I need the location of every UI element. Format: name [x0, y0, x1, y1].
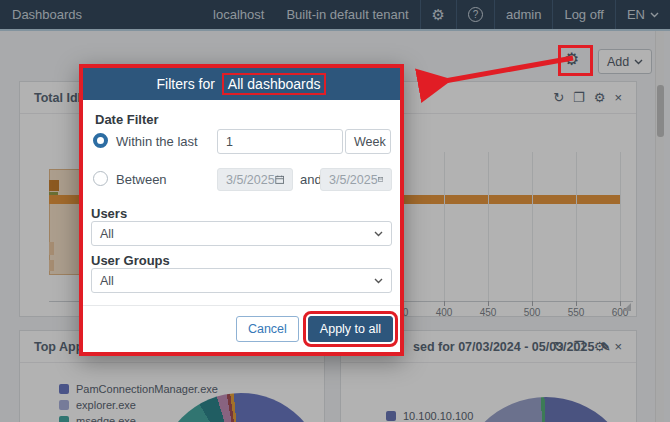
modal-body: Date Filter Within the last 1 Week Betwe…	[83, 100, 400, 305]
date-from-value: 3/5/2025	[226, 173, 275, 187]
date-to-input[interactable]: 3/5/2025	[320, 168, 392, 191]
date-from-input[interactable]: 3/5/2025	[217, 168, 293, 191]
modal-header: Filters for All dashboards	[83, 68, 400, 100]
user-groups-label: User Groups	[91, 253, 170, 268]
screen: Dashboards localhost Built-in default te…	[0, 0, 670, 422]
users-value: All	[100, 227, 114, 241]
period-select[interactable]: Week	[345, 129, 391, 154]
modal-title: Filters for	[157, 76, 215, 92]
chevron-down-icon	[374, 278, 383, 284]
between-label: Between	[116, 172, 167, 187]
calendar-icon	[275, 174, 284, 185]
chevron-down-icon	[374, 231, 383, 237]
period-value: Week	[354, 135, 386, 149]
within-last-label: Within the last	[116, 134, 198, 149]
within-last-radio[interactable]	[93, 133, 108, 148]
date-filter-label: Date Filter	[95, 112, 159, 127]
filters-modal: Filters for All dashboards Date Filter W…	[79, 64, 404, 356]
annotation-box-all-dashboards: All dashboards	[222, 73, 327, 95]
user-groups-select[interactable]: All	[91, 268, 392, 293]
users-label: Users	[91, 206, 127, 221]
between-radio[interactable]	[93, 171, 108, 186]
and-label: and	[300, 172, 322, 187]
calendar-icon	[378, 174, 383, 185]
users-select[interactable]: All	[91, 221, 392, 246]
date-to-value: 3/5/2025	[329, 173, 378, 187]
modal-footer: Cancel Apply to all	[83, 305, 400, 352]
user-groups-value: All	[100, 274, 114, 288]
within-value-input[interactable]: 1	[217, 129, 343, 154]
cancel-button[interactable]: Cancel	[236, 316, 299, 342]
apply-to-all-button[interactable]: Apply to all	[308, 316, 393, 342]
